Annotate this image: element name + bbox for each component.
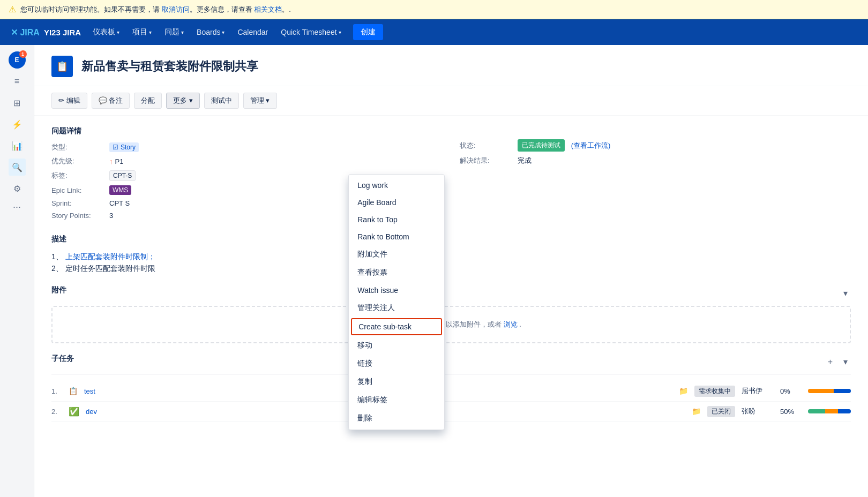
testing-button[interactable]: 测试中 — [204, 93, 239, 109]
nav-timesheet[interactable]: Quick Timesheet ▾ — [275, 25, 346, 40]
edit-button[interactable]: ✏ 编辑 — [51, 93, 87, 109]
desc-line-1: 1、 上架匹配套装附件时限制； — [51, 251, 851, 262]
subtask-title: 子任务 — [51, 354, 74, 364]
issue-body: 问题详情 类型: ☑ Story 优先级: ↑ P1 — [34, 116, 868, 235]
type-value: ☑ Story — [109, 142, 139, 152]
assign-button[interactable]: 分配 — [134, 93, 162, 109]
tag-label: 标签: — [51, 171, 105, 180]
subtask-2-name[interactable]: dev — [86, 408, 383, 416]
sidebar-more[interactable]: ··· — [13, 201, 21, 213]
issue-title: 新品售卖与租赁套装附件限制共享 — [81, 58, 258, 74]
menu-edit-labels[interactable]: 编辑标签 — [349, 391, 444, 409]
attachments-section: 附件 ▾ ☁ 将文件拖放到此处以添加附件，或者 浏览 . — [34, 285, 868, 354]
story-checkbox-icon: ☑ — [113, 144, 118, 151]
menu-copy[interactable]: 复制 — [349, 373, 444, 391]
issue-status-column: 状态: 已完成待测试 (查看工作流) 解决结果: 完成 — [460, 126, 851, 224]
subtask-1-progress — [808, 389, 851, 393]
epic-label: Epic Link: — [51, 186, 105, 194]
resolution-label: 解决结果: — [460, 156, 513, 165]
comment-button[interactable]: 💬 备注 — [92, 93, 130, 109]
subtask-actions: + ▾ — [825, 356, 851, 368]
attachments-collapse-button[interactable]: ▾ — [840, 287, 851, 299]
notification-badge: 1 — [19, 50, 27, 58]
browse-link[interactable]: 浏览 — [504, 320, 518, 328]
subtask-1-status: 需求收集中 — [694, 386, 735, 397]
menu-attach-file[interactable]: 附加文件 — [349, 245, 444, 263]
more-dropdown-button[interactable]: 更多 ▾ — [166, 93, 200, 109]
subtask-2-assignee: 张盼 — [742, 406, 774, 416]
action-bar: ✏ 编辑 💬 备注 分配 更多 ▾ Log work Agile Board R… — [34, 86, 868, 116]
menu-create-subtask[interactable]: Create sub-task — [351, 318, 442, 335]
nav-dashboard[interactable]: 仪表板 ▾ — [87, 24, 125, 40]
tag-value: CPT-S — [109, 170, 136, 181]
status-value: 已完成待测试 (查看工作流) — [518, 139, 610, 152]
warning-bar: ⚠ 您可以临时访问管理功能。如果不再需要，请 取消访问。更多信息，请查看 相关文… — [0, 0, 868, 19]
brand[interactable]: ✕ JIRA YI23 JIRA — [6, 27, 85, 37]
sidebar-icon-list[interactable]: ≡ — [9, 73, 26, 90]
subtask-1-name[interactable]: test — [84, 387, 375, 395]
menu-agile-board[interactable]: Agile Board — [349, 194, 444, 211]
workflow-link[interactable]: (查看工作流) — [571, 141, 611, 150]
priority-value: ↑ P1 — [109, 157, 123, 165]
app-layout: E 1 ≡ ⊞ ⚡ 📊 🔍 ⚙ ··· 📋 新品售卖与租赁套装附件限制共享 ✏ … — [0, 45, 868, 497]
menu-manage-watchers[interactable]: 管理关注人 — [349, 299, 444, 317]
menu-link[interactable]: 链接 — [349, 355, 444, 373]
subtask-1-assignee: 屈书伊 — [742, 386, 774, 396]
attachments-title: 附件 — [51, 285, 66, 295]
subtask-row-1: 1. 📋 test 📁 需求收集中 屈书伊 0% — [51, 381, 851, 402]
drop-zone[interactable]: ☁ 将文件拖放到此处以添加附件，或者 浏览 . — [51, 306, 851, 343]
add-subtask-button[interactable]: + — [825, 356, 836, 368]
resolution-field: 解决结果: 完成 — [460, 156, 851, 165]
manage-dropdown-button[interactable]: 管理 ▾ — [243, 93, 277, 109]
nav-issues[interactable]: 问题 ▾ — [159, 24, 189, 40]
issue-type-icon: 📋 — [51, 56, 73, 77]
subtask-header: 子任务 + ▾ — [51, 354, 851, 375]
type-label: 类型: — [51, 142, 105, 152]
jira-logo-icon: ✕ JIRA — [11, 27, 40, 37]
status-field: 状态: 已完成待测试 (查看工作流) — [460, 139, 851, 152]
nav-boards[interactable]: Boards ▾ — [191, 25, 230, 40]
status-badge: 已完成待测试 — [518, 139, 565, 152]
more-dropdown-menu: Log work Agile Board Rank to Top Rank to… — [348, 174, 445, 430]
desc-link-1[interactable]: 上架匹配套装附件时限制； — [65, 252, 155, 261]
menu-view-votes[interactable]: 查看投票 — [349, 263, 444, 282]
subtask-2-check-icon: ✅ — [69, 406, 79, 417]
subtask-2-status: 已关闭 — [707, 406, 735, 417]
cancel-access-link[interactable]: 取消访问 — [162, 5, 190, 13]
nav-calendar[interactable]: Calendar — [232, 25, 273, 40]
description-section: 描述 1、 上架匹配套装附件时限制； 2、 定时任务匹配套装附件时限 — [34, 235, 868, 285]
docs-link[interactable]: 相关文档 — [254, 5, 282, 13]
sidebar-icon-bar[interactable]: 📊 — [9, 137, 26, 154]
nav-projects[interactable]: 项目 ▾ — [127, 24, 157, 40]
brand-name: YI23 JIRA — [44, 28, 81, 37]
warning-text: 您可以临时访问管理功能。如果不再需要，请 取消访问。更多信息，请查看 相关文档。… — [20, 5, 291, 14]
menu-log-work[interactable]: Log work — [349, 177, 444, 194]
subtask-2-folder-icon: 📁 — [692, 407, 701, 416]
warning-icon: ⚠ — [9, 4, 16, 14]
menu-rank-top[interactable]: Rank to Top — [349, 211, 444, 228]
subtask-2-percent: 50% — [780, 408, 802, 416]
tag-badge: CPT-S — [109, 170, 136, 181]
left-sidebar: E 1 ≡ ⊞ ⚡ 📊 🔍 ⚙ ··· — [0, 45, 34, 497]
description-title: 描述 — [51, 235, 851, 244]
priority-up-icon: ↑ — [109, 157, 113, 165]
sprint-label: Sprint: — [51, 199, 105, 207]
content-area: 📋 新品售卖与租赁套装附件限制共享 ✏ 编辑 💬 备注 分配 更多 ▾ Log … — [34, 45, 868, 497]
menu-watch-issue[interactable]: Watch issue — [349, 282, 444, 299]
subtask-1-icon: 📋 — [69, 387, 78, 395]
subtask-collapse-button[interactable]: ▾ — [840, 356, 851, 368]
sidebar-icon-grid[interactable]: ⊞ — [9, 94, 26, 111]
avatar[interactable]: E 1 — [9, 51, 26, 69]
sidebar-icon-settings[interactable]: ⚙ — [9, 180, 26, 197]
navbar: ✕ JIRA YI23 JIRA 仪表板 ▾ 项目 ▾ 问题 ▾ Boards … — [0, 19, 868, 45]
subtask-2-progress — [808, 409, 851, 413]
menu-move[interactable]: 移动 — [349, 336, 444, 355]
priority-field: 优先级: ↑ P1 — [51, 156, 443, 166]
create-button[interactable]: 创建 — [353, 24, 383, 40]
menu-delete[interactable]: 删除 — [349, 409, 444, 427]
story-points-label: Story Points: — [51, 212, 105, 220]
sidebar-icon-search[interactable]: 🔍 — [9, 159, 26, 176]
menu-rank-bottom[interactable]: Rank to Bottom — [349, 228, 444, 245]
subtask-1-percent: 0% — [780, 387, 802, 395]
sidebar-icon-chart[interactable]: ⚡ — [9, 116, 26, 133]
